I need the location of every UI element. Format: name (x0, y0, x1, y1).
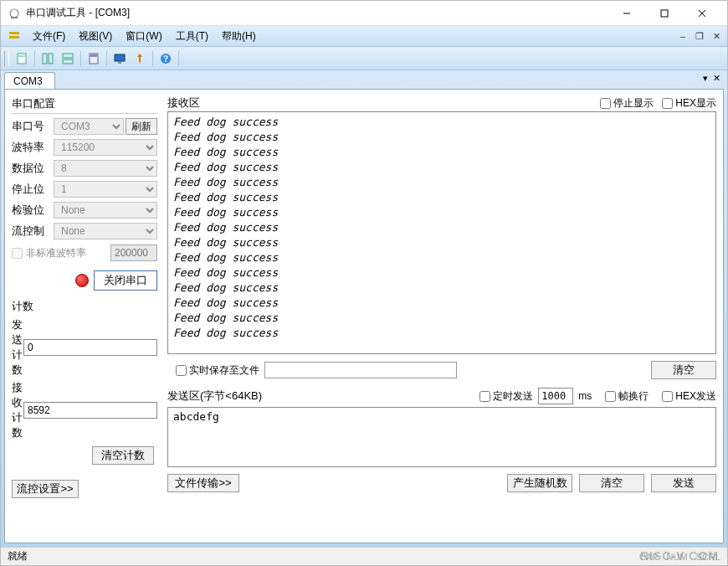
svg-rect-11 (49, 54, 53, 64)
data-bits-select[interactable]: 8 (54, 160, 157, 177)
svg-rect-3 (661, 10, 668, 17)
tab-label: COM3 (13, 75, 43, 87)
status-ready: 就绪 (8, 549, 28, 563)
svg-rect-7 (9, 36, 19, 39)
status-led-icon (75, 274, 89, 287)
toolbar-tile-v-icon[interactable] (59, 49, 77, 68)
menu-file[interactable]: 文件(F) (26, 27, 72, 46)
stop-bits-label: 停止位 (12, 182, 54, 197)
status-scrl: SCRL (696, 552, 720, 562)
hex-display-checkbox[interactable] (662, 98, 673, 109)
close-button[interactable] (683, 2, 720, 25)
hex-send-label: HEX发送 (675, 389, 716, 404)
stop-display-checkbox[interactable] (600, 98, 611, 109)
baud-select[interactable]: 115200 (54, 139, 157, 156)
flow-settings-button[interactable]: 流控设置>> (12, 480, 79, 498)
svg-rect-10 (43, 54, 47, 64)
recv-count-label: 接收计数 (12, 380, 23, 440)
send-button[interactable]: 发送 (651, 474, 716, 492)
mdi-minimize-button[interactable]: – (677, 30, 689, 42)
tab-close-icon[interactable]: ✕ (713, 73, 720, 84)
svg-rect-1 (11, 17, 18, 18)
minimize-button[interactable] (608, 2, 645, 25)
config-group-title: 串口配置 (12, 95, 157, 114)
toolbar-calc-icon[interactable] (85, 49, 103, 68)
recv-count-input[interactable] (23, 402, 157, 419)
svg-rect-15 (90, 54, 97, 57)
counter-group-title: 计数 (12, 297, 157, 316)
baud-label: 波特率 (12, 140, 54, 155)
frame-wrap-label: 帧换行 (618, 389, 649, 404)
toolbar-monitor-icon[interactable] (110, 49, 129, 68)
save-to-file-label: 实时保存至文件 (189, 363, 259, 378)
svg-rect-12 (63, 54, 73, 58)
refresh-button[interactable]: 刷新 (126, 118, 157, 135)
tab-dropdown-icon[interactable]: ▾ (703, 73, 708, 84)
nonstandard-baud-input[interactable] (110, 244, 157, 261)
mdi-close-button[interactable]: ✕ (710, 30, 722, 42)
stop-bits-select[interactable]: 1 (54, 181, 157, 198)
tx-clear-button[interactable]: 清空 (579, 474, 644, 492)
toolbar-tile-h-icon[interactable] (38, 49, 57, 68)
flow-select[interactable]: None (54, 223, 157, 239)
toolbar-new-icon[interactable] (13, 49, 31, 68)
hex-send-checkbox[interactable] (662, 391, 673, 402)
svg-rect-17 (118, 62, 121, 64)
svg-rect-13 (63, 59, 73, 64)
menu-app-icon (6, 28, 23, 44)
port-select[interactable]: COM3 (54, 118, 124, 135)
menu-view[interactable]: 视图(V) (72, 27, 119, 46)
port-label: 串口号 (12, 119, 54, 134)
timed-send-checkbox[interactable] (479, 391, 490, 402)
status-cap: CAP (639, 552, 659, 562)
toolbar-help-icon[interactable]: ? (156, 49, 175, 68)
flow-label: 流控制 (12, 224, 54, 239)
data-bits-label: 数据位 (12, 161, 54, 176)
app-icon (8, 7, 21, 20)
svg-text:?: ? (163, 54, 168, 64)
window-title: 串口调试工具 - [COM3] (26, 6, 608, 20)
send-interval-input[interactable] (538, 388, 573, 404)
stop-display-label: 停止显示 (613, 96, 654, 111)
save-file-path-input[interactable] (264, 362, 457, 378)
save-to-file-checkbox[interactable] (176, 365, 187, 376)
menu-help[interactable]: 帮助(H) (215, 27, 263, 46)
rx-textarea[interactable]: Feed dog success Feed dog success Feed d… (167, 111, 716, 354)
document-tab[interactable]: COM3 (4, 72, 55, 90)
mdi-restore-button[interactable]: ❐ (694, 30, 705, 42)
close-port-button[interactable]: 关闭串口 (94, 270, 157, 291)
frame-wrap-checkbox[interactable] (605, 391, 616, 402)
toolbar-pin-icon[interactable] (131, 49, 149, 68)
random-button[interactable]: 产生随机数 (507, 474, 572, 492)
interval-unit-label: ms (578, 390, 592, 402)
send-count-label: 发送计数 (12, 317, 23, 378)
nonstandard-baud-label: 非标准波特率 (26, 246, 86, 260)
svg-rect-16 (115, 54, 125, 61)
svg-rect-8 (18, 54, 26, 64)
timed-send-label: 定时发送 (493, 389, 533, 404)
status-num: NUM (667, 552, 688, 562)
rx-clear-button[interactable]: 清空 (651, 361, 716, 379)
tx-area-label: 发送区(字节<64KB) (167, 388, 262, 404)
clear-count-button[interactable]: 清空计数 (92, 446, 154, 465)
menu-tools[interactable]: 工具(T) (169, 27, 215, 46)
rx-area-label: 接收区 (167, 95, 592, 111)
menu-window[interactable]: 窗口(W) (119, 27, 168, 46)
svg-rect-6 (9, 32, 19, 34)
file-transfer-button[interactable]: 文件传输>> (167, 474, 239, 492)
send-count-input[interactable] (23, 339, 157, 356)
parity-label: 检验位 (12, 203, 54, 218)
hex-display-label: HEX显示 (675, 96, 716, 111)
maximize-button[interactable] (645, 2, 683, 25)
svg-point-0 (10, 9, 18, 18)
nonstandard-baud-checkbox[interactable] (12, 248, 23, 259)
tx-textarea[interactable] (167, 407, 716, 467)
parity-select[interactable]: None (54, 202, 157, 219)
